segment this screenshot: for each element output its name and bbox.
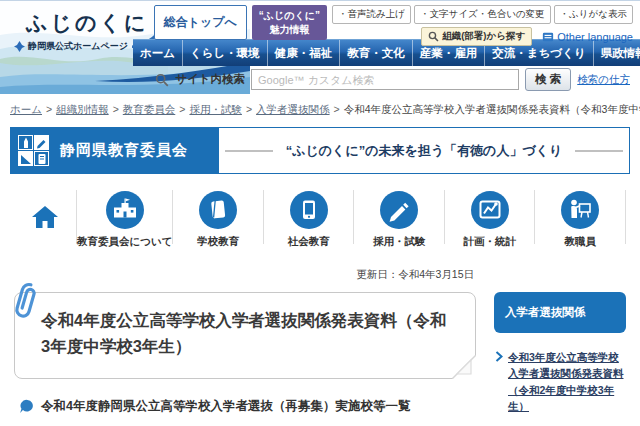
- slogan-dash-right: [575, 150, 623, 152]
- teacher-icon: [561, 191, 599, 229]
- section-nav-teaching-staff[interactable]: 教職員: [534, 190, 626, 244]
- breadcrumb-current-page: 令和4年度公立高等学校入学者選抜関係発表資料（令和3年度中学校3年生）: [344, 103, 640, 115]
- banner-slogan: “ふじのくに”の未来を担う「有徳の人」づくり: [286, 142, 563, 160]
- section-nav-recruitment-exams[interactable]: 採用・試験: [353, 190, 444, 244]
- section-nav-social-education[interactable]: 社会教育: [263, 190, 354, 244]
- reapplication-schools-link[interactable]: 令和4年度静岡県公立高等学校入学者選抜（再募集）実施校等一覧: [19, 398, 476, 416]
- home-icon: [30, 204, 60, 230]
- org-search-button[interactable]: 組織(部署)から探す: [421, 27, 532, 46]
- main-column: 令和4年度公立高等学校入学者選抜関係発表資料（令和3年度中学校3年生） 令和4年…: [14, 292, 476, 426]
- pencil-icon: [34, 135, 49, 150]
- site-tagline: 静岡県公式ホームページ: [14, 40, 148, 53]
- appeal-info-button[interactable]: “ふじのくに” 魅力情報: [252, 5, 327, 40]
- header-utility-bar: 総合トップへ “ふじのくに” 魅力情報 ・音声読み上げ ・文字サイズ・色合いの変…: [154, 5, 633, 46]
- language-icon: [542, 31, 554, 43]
- sidebar-link[interactable]: 令和3年度公立高等学校入学者選抜関係発表資料（令和2年度中学校3年生）: [508, 349, 626, 414]
- pin-bullet-icon: [19, 399, 34, 414]
- triangle-ruler-icon: [18, 151, 33, 166]
- section-nav-about-board[interactable]: 教育委員会について: [76, 190, 172, 244]
- board-of-education-banner[interactable]: 静岡県教育委員会 “ふじのくに”の未来を担う「有徳の人」づくり: [10, 127, 630, 174]
- voice-readout-button[interactable]: ・音声読み上げ: [332, 5, 411, 24]
- search-submit-button[interactable]: 検 索: [525, 68, 571, 91]
- line-chart-icon: [471, 191, 509, 229]
- breadcrumb-org-info[interactable]: 組織別情報: [56, 103, 109, 115]
- page-title-box: 令和4年度公立高等学校入学者選抜関係発表資料（令和3年度中学校3年生）: [14, 292, 476, 379]
- section-nav-school-education[interactable]: 学校教育: [172, 190, 263, 244]
- site-name: ふじのくに: [26, 9, 148, 37]
- breadcrumb-recruitment-exams[interactable]: 採用・試験: [189, 103, 242, 115]
- section-nav-plans-statistics[interactable]: 計画・統計: [444, 190, 535, 244]
- site-logo[interactable]: ふじのくに 静岡県公式ホームページ: [26, 9, 148, 53]
- site-search-input[interactable]: [251, 69, 519, 90]
- breadcrumb: ホーム>組織別情報>教育委員会>採用・試験>入学者選抜関係>令和4年度公立高等学…: [0, 93, 640, 122]
- search-label: サイト内検索: [175, 72, 245, 87]
- crayon-icon: [18, 135, 33, 150]
- banner-slogan-section: “ふじのくに”の未来を担う「有徳の人」づくり: [219, 128, 629, 173]
- tablet-icon: [290, 191, 328, 229]
- breadcrumb-admission-selection[interactable]: 入学者選抜関係: [256, 103, 330, 115]
- section-nav-home[interactable]: [14, 190, 76, 244]
- paperclip-icon: [9, 280, 43, 324]
- font-size-color-button[interactable]: ・文字サイズ・色合いの変更: [414, 5, 551, 24]
- chevron-right-icon: [495, 351, 503, 362]
- breadcrumb-board-of-education[interactable]: 教育委員会: [123, 103, 176, 115]
- furigana-button[interactable]: ・ふりがな表示: [554, 5, 633, 24]
- prefecture-emblem-icon: [14, 41, 25, 52]
- section-icon-navigation: 教育委員会について 学校教育 社会教育 採用・試験: [0, 180, 640, 252]
- banner-org-name: 静岡県教育委員会: [60, 141, 188, 160]
- site-header: ふじのくに 静岡県公式ホームページ 総合トップへ “ふじのくに” 魅力情報 ・音…: [0, 0, 640, 93]
- sidebar-link-item[interactable]: 令和3年度公立高等学校入学者選抜関係発表資料（令和2年度中学校3年生）: [495, 349, 626, 414]
- site-search: サイト内検索 検 索 検索の仕方: [155, 68, 630, 91]
- banner-org-section: 静岡県教育委員会: [11, 128, 219, 173]
- notebook-icon: [34, 151, 49, 166]
- search-icon: [155, 73, 169, 87]
- pencil-icon: [380, 191, 418, 229]
- sidebar-title: 入学者選抜関係: [494, 292, 626, 333]
- sidebar: 入学者選抜関係 令和3年度公立高等学校入学者選抜関係発表資料（令和2年度中学校3…: [494, 292, 626, 426]
- school-building-icon: [106, 191, 144, 229]
- content-area: 令和4年度公立高等学校入学者選抜関係発表資料（令和3年度中学校3年生） 令和4年…: [0, 292, 640, 426]
- book-icon: [199, 191, 237, 229]
- top-page-button[interactable]: 総合トップへ: [154, 5, 247, 40]
- updated-date: 更新日：令和4年3月15日: [0, 252, 640, 292]
- search-icon: [428, 31, 439, 42]
- other-language-link[interactable]: Other language: [542, 31, 633, 43]
- folded-corner-graphic: [452, 355, 476, 379]
- breadcrumb-home[interactable]: ホーム: [10, 103, 42, 115]
- page-title: 令和4年度公立高等学校入学者選抜関係発表資料（令和3年度中学校3年生）: [41, 308, 451, 359]
- appeal-line2: 魅力情報: [259, 23, 320, 37]
- search-help-link[interactable]: 検索の仕方: [577, 73, 630, 87]
- slogan-dash-left: [225, 150, 273, 152]
- appeal-line1: “ふじのくに”: [259, 9, 320, 23]
- education-icons-grid: [18, 135, 49, 166]
